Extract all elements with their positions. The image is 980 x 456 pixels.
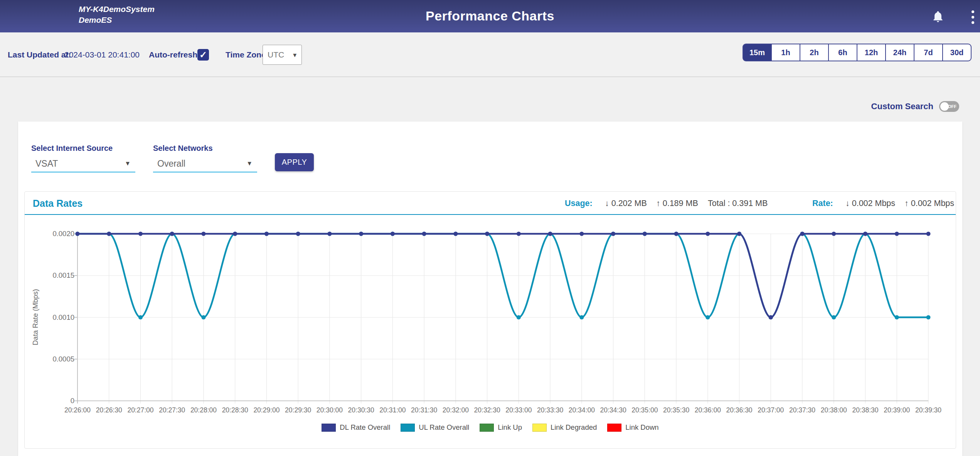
auto-refresh-checkbox[interactable]: ✓ — [197, 49, 209, 61]
legend-item-ul-rate-overall[interactable]: UL Rate Overall — [401, 423, 469, 432]
kebab-menu-icon[interactable] — [969, 9, 976, 25]
chevron-down-icon: ▼ — [246, 160, 257, 167]
y-tick-label: 0 — [25, 397, 74, 405]
range-button-1h[interactable]: 1h — [771, 44, 800, 61]
card-title: Data Rates — [33, 192, 83, 215]
internet-source-label: Select Internet Source — [31, 144, 113, 153]
chevron-down-icon: ▼ — [125, 160, 135, 167]
data-rates-card: Data Rates Usage: ↓ 0.202 MB ↑ 0.189 MB … — [24, 191, 956, 449]
time-range-button-group: 15m1h2h6h12h24h7d30d — [743, 44, 972, 61]
internet-source-select[interactable]: VSAT ▼ — [31, 155, 135, 172]
x-tick-label: 20:39:30 — [905, 406, 951, 414]
y-tick-label: 0.0020 — [25, 230, 74, 238]
time-zone-select[interactable]: UTC ▼ — [263, 45, 302, 65]
custom-search-row: Custom Search OFF — [871, 101, 959, 112]
notifications-bell-icon[interactable] — [931, 10, 945, 23]
range-button-6h[interactable]: 6h — [828, 44, 857, 61]
time-zone-value: UTC — [263, 50, 292, 59]
custom-search-label: Custom Search — [871, 101, 933, 111]
range-button-15m[interactable]: 15m — [743, 44, 772, 61]
legend-label: Link Down — [625, 423, 658, 432]
legend-label: Link Degraded — [551, 423, 597, 432]
networks-select[interactable]: Overall ▼ — [153, 155, 257, 172]
toggle-state-label: OFF — [948, 104, 956, 109]
usage-label: Usage: — [565, 192, 593, 215]
card-header: Data Rates Usage: ↓ 0.202 MB ↑ 0.189 MB … — [25, 192, 956, 215]
legend-item-link-degraded[interactable]: Link Degraded — [532, 423, 597, 432]
toolbar: Last Updated at: 2024-03-01 20:41:00 Aut… — [0, 32, 980, 77]
networks-label: Select Networks — [153, 144, 213, 153]
internet-source-value: VSAT — [31, 159, 125, 169]
custom-search-toggle[interactable]: OFF — [939, 101, 959, 112]
main-panel: Select Internet Source Select Networks V… — [18, 122, 962, 456]
legend-label: DL Rate Overall — [340, 423, 390, 432]
page-title: Performance Charts — [0, 8, 980, 24]
range-button-30d[interactable]: 30d — [942, 44, 972, 61]
legend-item-dl-rate-overall[interactable]: DL Rate Overall — [322, 423, 390, 432]
chart-legend: DL Rate OverallUL Rate OverallLink UpLin… — [25, 423, 956, 432]
chevron-down-icon: ▼ — [292, 52, 301, 58]
apply-button[interactable]: APPLY — [275, 153, 314, 171]
y-tick-label: 0.0010 — [25, 313, 74, 322]
rate-upload: ↑ 0.002 Mbps — [904, 192, 954, 215]
usage-total: Total : 0.391 MB — [708, 192, 768, 215]
legend-label: Link Up — [498, 423, 522, 432]
legend-swatch — [480, 424, 494, 432]
toggle-knob — [940, 102, 949, 111]
range-button-7d[interactable]: 7d — [914, 44, 943, 61]
usage-upload: ↑ 0.189 MB — [656, 192, 698, 215]
legend-item-link-down[interactable]: Link Down — [607, 423, 658, 432]
networks-value: Overall — [153, 159, 246, 169]
last-updated-value: 2024-03-01 20:41:00 — [64, 32, 140, 77]
legend-swatch — [532, 424, 547, 432]
last-updated-label: Last Updated at: — [8, 32, 71, 77]
auto-refresh-label: Auto-refresh — [149, 32, 197, 77]
rate-download: ↓ 0.002 Mbps — [845, 192, 895, 215]
y-tick-label: 0.0005 — [25, 355, 74, 363]
range-button-12h[interactable]: 12h — [857, 44, 886, 61]
range-button-24h[interactable]: 24h — [885, 44, 914, 61]
data-rates-chart: Data Rate (Mbps) 00.00050.00100.00150.00… — [25, 216, 956, 447]
range-button-2h[interactable]: 2h — [800, 44, 829, 61]
legend-swatch — [401, 424, 415, 432]
app-header: MY-K4DemoSystem DemoES Performance Chart… — [0, 0, 980, 32]
legend-swatch — [607, 424, 621, 432]
time-zone-label: Time Zone — [226, 32, 266, 77]
y-tick-label: 0.0015 — [25, 271, 74, 280]
rate-label: Rate: — [812, 192, 833, 215]
usage-download: ↓ 0.202 MB — [605, 192, 647, 215]
legend-label: UL Rate Overall — [419, 423, 469, 432]
legend-swatch — [322, 424, 336, 432]
legend-item-link-up[interactable]: Link Up — [480, 423, 522, 432]
